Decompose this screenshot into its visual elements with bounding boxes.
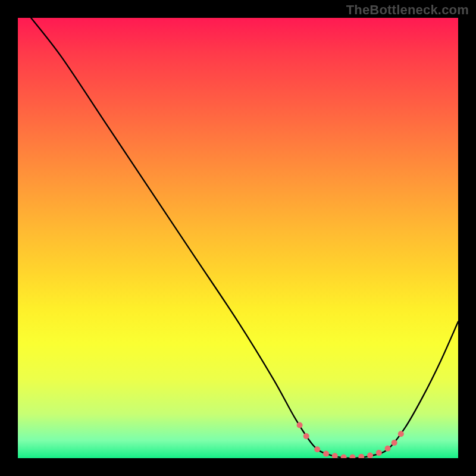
highlight-dot [303, 433, 309, 439]
highlight-dot [385, 446, 391, 452]
bottleneck-curve [31, 18, 458, 458]
plot-area [18, 18, 458, 458]
highlight-dot [367, 453, 373, 458]
highlight-dot [341, 455, 347, 458]
highlight-dot [314, 446, 320, 452]
highlight-dot [358, 454, 364, 458]
highlight-dot [398, 431, 404, 437]
highlight-dot [392, 440, 397, 446]
curve-layer [18, 18, 458, 458]
watermark-text: TheBottleneck.com [346, 2, 469, 18]
chart-frame: TheBottleneck.com [0, 0, 476, 476]
highlight-dot [349, 455, 355, 458]
highlight-dots [297, 422, 404, 459]
highlight-dot [332, 453, 338, 458]
highlight-dot [376, 450, 382, 456]
highlight-dot [297, 422, 303, 428]
highlight-dot [323, 451, 329, 457]
